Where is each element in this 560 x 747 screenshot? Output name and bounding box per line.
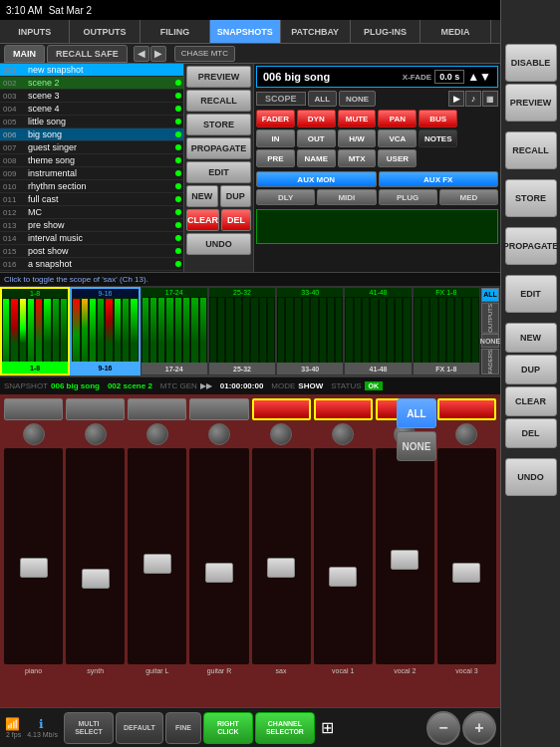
right-click-btn[interactable]: RIGHT CLICK: [203, 712, 253, 744]
ch-knob-sax[interactable]: [270, 423, 292, 445]
subtab-recall-safe[interactable]: RECALL SAFE: [47, 45, 128, 63]
ch-knob-vocal1[interactable]: [332, 423, 354, 445]
ch-fader-thumb-guitarl[interactable]: [143, 554, 171, 574]
fader-faders-btn[interactable]: FADERS: [481, 349, 499, 374]
ch-btn-guitarr[interactable]: [189, 398, 248, 420]
fader-outputs-btn[interactable]: OUTPUTS: [481, 303, 499, 334]
ch-fader-thumb-piano[interactable]: [20, 558, 48, 578]
tab-outputs[interactable]: OUTPUTS: [70, 20, 140, 43]
ch-fader-synth[interactable]: [66, 448, 125, 664]
med-btn[interactable]: MED: [439, 189, 498, 205]
scope-vca-btn[interactable]: VCA: [378, 129, 417, 147]
ch-knob-piano[interactable]: [23, 423, 45, 445]
snap-item-007[interactable]: 007guest singer: [0, 141, 183, 154]
scope-all-btn[interactable]: ALL: [308, 91, 338, 107]
fader-all-btn[interactable]: ALL: [481, 288, 499, 302]
sidebar-clear-btn[interactable]: CLEAR: [505, 386, 557, 416]
ch-fader-guitarl[interactable]: [128, 448, 186, 664]
snap-item-002[interactable]: 002 scene 2: [0, 77, 183, 90]
scope-pan-btn[interactable]: PAN: [378, 110, 417, 127]
ctrl-store-btn[interactable]: STORE: [186, 114, 251, 135]
scope-icon-3[interactable]: ▦: [482, 91, 498, 107]
fader-none-btn[interactable]: NONE: [481, 334, 499, 348]
ch-btn-guitarl[interactable]: [128, 398, 186, 420]
ctrl-edit-btn[interactable]: EDIT: [186, 161, 251, 183]
sidebar-edit-btn[interactable]: EDIT: [505, 275, 557, 313]
ctrl-del-btn[interactable]: DEL: [221, 209, 251, 231]
fader-tab-25-32[interactable]: 25-32: [209, 363, 275, 374]
zoom-plus-btn[interactable]: +: [462, 711, 496, 745]
scope-dyn-btn[interactable]: DYN: [297, 110, 336, 127]
fader-tab-1-8[interactable]: 1-8: [2, 362, 68, 374]
default-btn[interactable]: DEFAULT: [116, 712, 163, 744]
snap-item-014[interactable]: 014interval music: [0, 232, 183, 245]
scope-user-btn[interactable]: USER: [378, 149, 417, 167]
plug-btn[interactable]: PLUG: [379, 189, 437, 205]
snap-item-004[interactable]: 004scene 4: [0, 103, 183, 116]
ch-btn-synth[interactable]: [66, 398, 125, 420]
ch-fader-vocal2[interactable]: [376, 448, 434, 664]
sidebar-new-btn[interactable]: NEW: [505, 323, 557, 353]
ctrl-clear-btn[interactable]: CLEAR: [186, 209, 219, 231]
fader-tab-41-48[interactable]: 41-48: [345, 363, 411, 374]
tab-media[interactable]: MEDIA: [420, 20, 490, 43]
scope-name-btn[interactable]: NAME: [297, 149, 336, 167]
channel-selector-btn[interactable]: CHANNEL SELECTOR: [255, 712, 315, 744]
ch-fader-thumb-vocal2[interactable]: [391, 550, 419, 570]
ch-fader-thumb-sax[interactable]: [267, 558, 295, 578]
scope-pre-btn[interactable]: PRE: [256, 149, 295, 167]
ctrl-new-btn[interactable]: NEW: [186, 185, 218, 207]
fader-tab-9-16[interactable]: 9-16: [72, 362, 138, 374]
ch-fader-guitarr[interactable]: [189, 448, 248, 664]
sidebar-recall-btn[interactable]: RECALL: [505, 131, 557, 169]
subtab-main[interactable]: MAIN: [4, 45, 45, 63]
ch-knob-vocal3[interactable]: [455, 423, 477, 445]
ch-knob-guitarl[interactable]: [146, 423, 168, 445]
snap-item-013[interactable]: 013pre show: [0, 219, 183, 232]
ch-fader-thumb-vocal3[interactable]: [452, 563, 480, 583]
snap-item-010[interactable]: 010rhythm section: [0, 180, 183, 193]
tab-filing[interactable]: FILING: [140, 20, 210, 43]
tab-plugins[interactable]: PLUG-INS: [351, 20, 420, 43]
chase-mtc-btn[interactable]: CHASE MTC: [174, 46, 235, 62]
ctrl-preview-btn[interactable]: PREVIEW: [186, 66, 251, 88]
snap-item-008[interactable]: 008theme song: [0, 154, 183, 167]
ch-btn-sax[interactable]: [252, 398, 311, 420]
midi-btn[interactable]: MIDI: [317, 189, 376, 205]
ch-knob-synth[interactable]: [85, 423, 107, 445]
scope-out-btn[interactable]: OUT: [297, 129, 336, 147]
fader-tab-17-24[interactable]: 17-24: [141, 363, 207, 374]
dly-btn[interactable]: DLY: [256, 189, 315, 205]
scope-none-btn[interactable]: NONE: [339, 91, 376, 107]
ch-fader-sax[interactable]: [252, 448, 311, 664]
xfade-arrow-down[interactable]: ▼: [479, 70, 491, 84]
multi-select-btn[interactable]: MULTI SELECT: [64, 712, 114, 744]
snap-item-006[interactable]: 006big song: [0, 128, 183, 141]
snap-item-016[interactable]: 016a snapshot: [0, 258, 183, 271]
aux-fx-btn[interactable]: AUX FX: [379, 171, 499, 187]
sidebar-preview-btn[interactable]: PREVIEW: [505, 84, 557, 122]
snap-item-009[interactable]: 009instrumental: [0, 167, 183, 180]
sidebar-store-btn[interactable]: STORE: [505, 179, 557, 217]
snap-item-015[interactable]: 015post show: [0, 245, 183, 258]
scope-in-btn[interactable]: IN: [256, 129, 295, 147]
ctrl-undo-btn[interactable]: UNDO: [186, 233, 251, 255]
fine-btn[interactable]: FINE: [165, 712, 201, 744]
ch-fader-thumb-vocal1[interactable]: [329, 567, 357, 587]
snapshot-list[interactable]: 001 new snapshot 002 scene 2 003scene 3 …: [0, 64, 184, 272]
sidebar-del-btn[interactable]: DEL: [505, 418, 557, 448]
fader-tab-33-40[interactable]: 33-40: [277, 363, 343, 374]
scope-icon-1[interactable]: ▶: [448, 91, 464, 107]
tab-snapshots[interactable]: SNAPSHOTS: [210, 20, 280, 43]
ch-btn-piano[interactable]: [4, 398, 63, 420]
tab-inputs[interactable]: INPUTS: [0, 20, 70, 43]
ch-fader-thumb-guitarr[interactable]: [205, 563, 233, 583]
ch-knob-guitarr[interactable]: [208, 423, 230, 445]
sidebar-dup-btn[interactable]: DUP: [505, 355, 557, 384]
snap-item-005[interactable]: 005little song: [0, 116, 183, 128]
sidebar-propagate-btn[interactable]: PROPAGATE: [505, 227, 557, 265]
scope-fader-btn[interactable]: FADER: [256, 110, 295, 127]
scope-mtx-btn[interactable]: MTX: [338, 149, 377, 167]
scope-icon-2[interactable]: ♪: [465, 91, 481, 107]
xfade-arrow[interactable]: ▲: [467, 70, 479, 84]
